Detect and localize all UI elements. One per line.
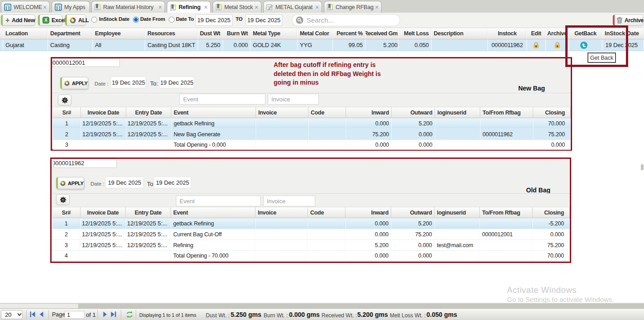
svg-text:X: X: [44, 18, 47, 23]
